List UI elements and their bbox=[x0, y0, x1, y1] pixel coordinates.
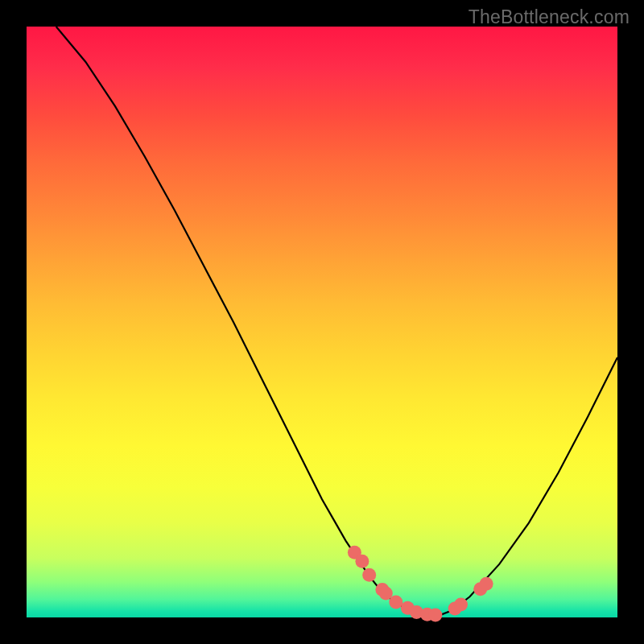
data-point bbox=[480, 577, 493, 591]
data-point bbox=[355, 555, 369, 568]
data-point bbox=[454, 597, 468, 611]
data-point bbox=[389, 595, 402, 609]
data-point bbox=[362, 568, 376, 582]
bottleneck-curve bbox=[27, 27, 617, 617]
chart-container: TheBottleneck.com bbox=[0, 0, 644, 644]
data-point bbox=[428, 609, 442, 622]
watermark-text: TheBottleneck.com bbox=[469, 6, 630, 28]
plot-area bbox=[27, 27, 617, 617]
